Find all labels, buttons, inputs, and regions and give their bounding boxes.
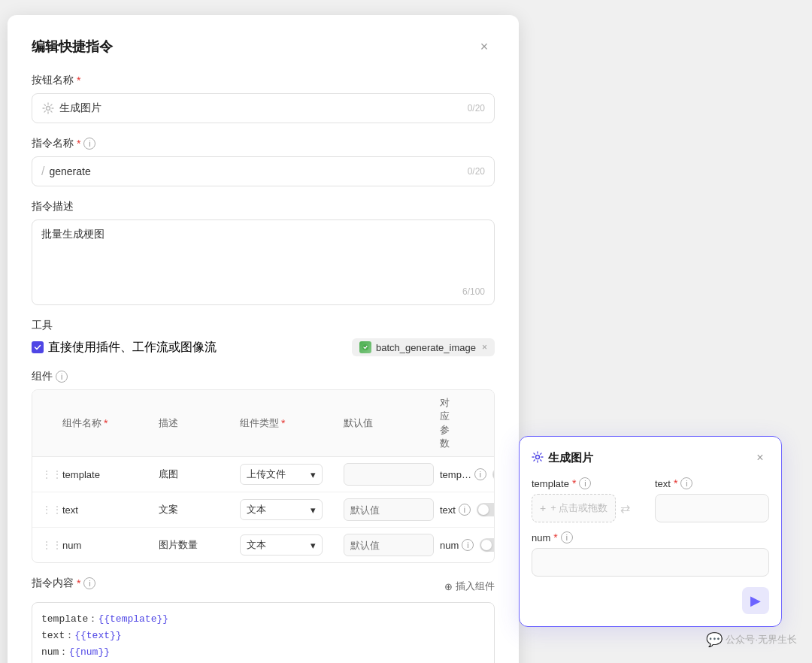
svg-point-0 bbox=[47, 107, 50, 110]
wechat-icon: 💬 bbox=[706, 631, 723, 648]
header-param: 对应参数 bbox=[440, 396, 450, 450]
text-field: text * i bbox=[655, 477, 769, 522]
toggle-switch[interactable] bbox=[480, 538, 495, 552]
default-input[interactable] bbox=[344, 498, 434, 521]
type-dropdown[interactable]: 文本 ▾ bbox=[240, 499, 323, 520]
command-desc-textarea[interactable]: 批量生成梗图 bbox=[41, 228, 485, 280]
components-table: 组件名称 * 描述 组件类型 * 默认值 对应参数 ⋮⋮ template 底图 bbox=[32, 389, 495, 563]
tool-tag-close[interactable]: × bbox=[482, 342, 487, 353]
floating-card-header: 生成图片 × bbox=[532, 449, 769, 467]
components-section: 组件 i 组件名称 * 描述 组件类型 * 默认值 对应参数 bbox=[32, 370, 495, 563]
num-field: num * i bbox=[532, 531, 769, 577]
floating-card: 生成图片 × template * i + + 点击或拖数 ⇄ text bbox=[519, 436, 782, 627]
row-type-select[interactable]: 文本 ▾ bbox=[240, 534, 338, 556]
command-name-input-wrapper[interactable]: / 0/20 bbox=[32, 156, 495, 186]
drag-handle[interactable]: ⋮⋮ bbox=[41, 468, 56, 480]
default-input[interactable] bbox=[344, 534, 434, 556]
dialog-header: 编辑快捷指令 × bbox=[32, 36, 495, 57]
toggle-switch[interactable] bbox=[492, 468, 495, 481]
table-row: ⋮⋮ text 文案 文本 ▾ text i bbox=[32, 492, 494, 528]
command-content-section: 指令内容 * i ⊕ 插入组件 template：{{template}} te… bbox=[32, 577, 495, 663]
checkbox-label: 直接使用插件、工作流或图像流 bbox=[48, 340, 217, 356]
template-label: template * i bbox=[532, 477, 646, 489]
code-area[interactable]: template：{{template}} text：{{text}} num：… bbox=[32, 602, 495, 663]
param-info-icon[interactable]: i bbox=[459, 504, 471, 516]
command-name-info-icon[interactable]: i bbox=[83, 138, 95, 150]
param-info-icon[interactable]: i bbox=[474, 468, 486, 480]
table-row: ⋮⋮ template 底图 上传文件 ▾ temp… i bbox=[32, 457, 494, 492]
row-type-select[interactable]: 文本 ▾ bbox=[240, 499, 338, 520]
components-info-icon[interactable]: i bbox=[56, 371, 68, 383]
drag-handle[interactable]: ⋮⋮ bbox=[41, 504, 56, 516]
tool-tag-name: batch_generate_image bbox=[376, 342, 476, 353]
floating-card-title: 生成图片 bbox=[532, 451, 593, 465]
row-name: template bbox=[62, 469, 153, 480]
tools-section: 工具 直接使用插件、工作流或图像流 batch_generate_image × bbox=[32, 319, 495, 356]
command-name-input[interactable] bbox=[49, 165, 461, 177]
num-info-icon[interactable]: i bbox=[561, 531, 573, 543]
content-label: 指令内容 * i bbox=[32, 577, 95, 590]
slash-prefix: / bbox=[41, 165, 44, 178]
text-info-icon[interactable]: i bbox=[680, 477, 692, 489]
default-input[interactable] bbox=[344, 463, 434, 486]
drag-handle[interactable]: ⋮⋮ bbox=[41, 539, 56, 551]
command-desc-section: 指令描述 批量生成梗图 6/100 bbox=[32, 200, 495, 305]
type-dropdown[interactable]: 上传文件 ▾ bbox=[240, 464, 323, 485]
close-button[interactable]: × bbox=[474, 36, 495, 57]
code-line-2: text：{{text}} bbox=[41, 628, 485, 642]
plus-icon: + bbox=[540, 502, 546, 514]
content-info-icon[interactable]: i bbox=[83, 577, 95, 589]
button-name-section: 按钮名称 * 0/20 bbox=[32, 74, 495, 123]
row-default bbox=[344, 534, 434, 556]
row-param: temp… i bbox=[440, 468, 486, 480]
code-line-1: template：{{template}} bbox=[41, 612, 485, 625]
row-name: num bbox=[62, 540, 153, 551]
main-dialog: 编辑快捷指令 × 按钮名称 * 0/20 指令名称 * i bbox=[8, 15, 519, 663]
float-footer: ▶ bbox=[532, 587, 769, 614]
table-row: ⋮⋮ num 图片数量 文本 ▾ num i bbox=[32, 528, 494, 562]
command-desc-wrapper: 批量生成梗图 6/100 bbox=[32, 219, 495, 305]
text-input[interactable] bbox=[655, 494, 769, 522]
insert-component-btn[interactable]: ⊕ 插入组件 bbox=[444, 580, 495, 593]
button-name-input[interactable] bbox=[59, 102, 462, 114]
code-line-3: num：{{num}} bbox=[41, 645, 485, 658]
text-label: text * i bbox=[655, 477, 769, 489]
dialog-title: 编辑快捷指令 bbox=[32, 38, 113, 56]
tool-tag: batch_generate_image × bbox=[352, 338, 495, 356]
row-default bbox=[344, 463, 434, 486]
header-name: 组件名称 * bbox=[62, 396, 153, 450]
header-type: 组件类型 * bbox=[240, 396, 338, 450]
svg-point-2 bbox=[536, 455, 540, 459]
template-field: template * i + + 点击或拖数 ⇄ bbox=[532, 477, 646, 522]
separator: ⇄ bbox=[620, 501, 630, 516]
num-input[interactable] bbox=[532, 548, 769, 577]
template-upload-area[interactable]: + + 点击或拖数 bbox=[532, 494, 616, 522]
command-name-char-count: 0/20 bbox=[468, 166, 485, 177]
send-button[interactable]: ▶ bbox=[742, 587, 769, 614]
row-desc: 图片数量 bbox=[159, 538, 234, 552]
content-header: 指令内容 * i ⊕ 插入组件 bbox=[32, 577, 495, 596]
checkbox-item[interactable]: 直接使用插件、工作流或图像流 bbox=[32, 340, 217, 356]
row-name: text bbox=[62, 504, 153, 516]
card-gear-icon bbox=[532, 451, 544, 465]
required-star: * bbox=[77, 74, 80, 86]
row-type-select[interactable]: 上传文件 ▾ bbox=[240, 464, 338, 485]
type-dropdown[interactable]: 文本 ▾ bbox=[240, 534, 323, 556]
command-name-label: 指令名称 * i bbox=[32, 137, 495, 150]
toggle-switch[interactable] bbox=[477, 503, 495, 516]
header-desc: 描述 bbox=[159, 396, 234, 450]
checkbox-box[interactable] bbox=[32, 341, 44, 353]
required-star-2: * bbox=[77, 138, 80, 150]
template-info-icon[interactable]: i bbox=[579, 477, 591, 489]
param-info-icon[interactable]: i bbox=[462, 539, 474, 551]
row-desc: 底图 bbox=[159, 468, 234, 481]
watermark: 💬 公众号·无界生长 bbox=[706, 631, 797, 648]
gear-icon bbox=[41, 101, 55, 115]
row-param: num i bbox=[440, 539, 474, 551]
row-default bbox=[344, 498, 434, 521]
tools-row: 直接使用插件、工作流或图像流 batch_generate_image × bbox=[32, 338, 495, 356]
row-desc: 文案 bbox=[159, 503, 234, 516]
button-name-input-wrapper[interactable]: 0/20 bbox=[32, 93, 495, 123]
command-desc-label: 指令描述 bbox=[32, 200, 495, 213]
floating-card-close[interactable]: × bbox=[751, 449, 769, 467]
